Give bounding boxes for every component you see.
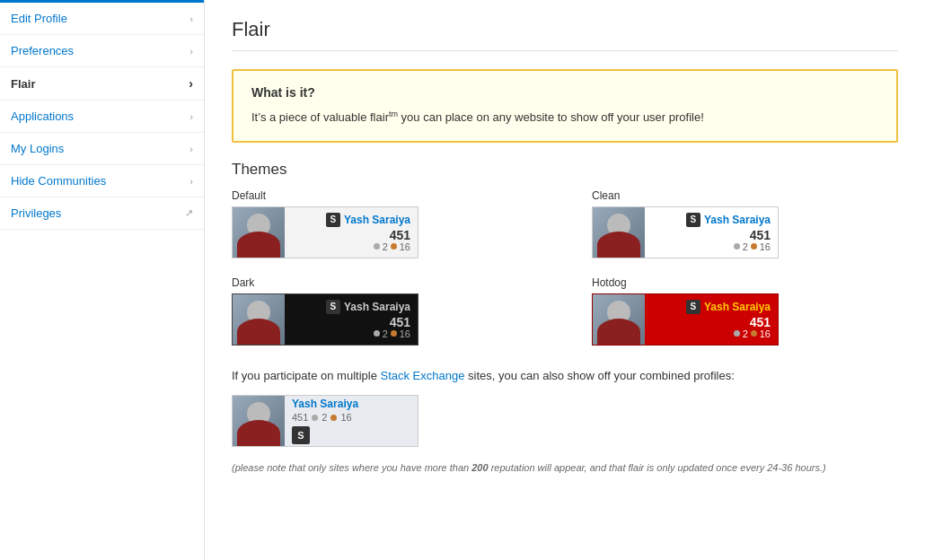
combined-note-start: If you participate on multiple [232, 369, 380, 382]
main-content: Flair What is it? It’s a piece of valuab… [205, 0, 925, 560]
disclaimer-end: reputation will appear, and that flair i… [489, 462, 826, 473]
silver-count: 2 [743, 241, 748, 252]
flair-badges: 2 16 [374, 328, 410, 339]
sidebar-item-label: Edit Profile [11, 12, 67, 25]
theme-dark-label: Dark [232, 276, 538, 289]
silver-count: 2 [743, 328, 748, 339]
theme-default: Default S Yash Saraiya 451 2 16 [232, 189, 538, 258]
avatar-image [233, 395, 285, 447]
flair-info-default: S Yash Saraiya 451 2 16 [285, 209, 418, 256]
disclaimer-start: (please note that only sites where you h… [232, 462, 471, 473]
silver-badge-dot [312, 415, 318, 421]
info-box-superscript: tm [389, 109, 398, 118]
flair-name-row: S Yash Saraiya [686, 300, 771, 314]
sidebar-item-preferences[interactable]: Preferences › [0, 35, 204, 67]
flair-card-clean[interactable]: S Yash Saraiya 451 2 16 [592, 206, 779, 258]
se-stack-icon: S [292, 426, 310, 444]
bronze-count: 16 [400, 241, 410, 252]
silver-count: 2 [383, 328, 388, 339]
sidebar-item-label: My Logins [11, 142, 64, 155]
page-title: Flair [232, 18, 898, 51]
bronze-badge-dot [391, 330, 397, 337]
combined-note-end: sites, you can also show off your combin… [464, 369, 734, 382]
themes-heading: Themes [232, 161, 898, 179]
sidebar-item-privileges[interactable]: Privileges ↗ [0, 197, 204, 230]
flair-card-default[interactable]: S Yash Saraiya 451 2 16 [232, 206, 418, 258]
flair-card-dark[interactable]: S Yash Saraiya 451 2 16 [232, 293, 418, 346]
flair-card-hotdog[interactable]: S Yash Saraiya 451 2 16 [592, 293, 779, 346]
theme-default-label: Default [232, 189, 538, 202]
silver-count: 2 [322, 412, 327, 423]
silver-badge-dot [734, 330, 740, 337]
sidebar-item-hide-communities[interactable]: Hide Communities › [0, 165, 204, 197]
bronze-badge-dot [391, 243, 397, 249]
sidebar-item-flair[interactable]: Flair › [0, 67, 204, 101]
sidebar-item-label: Preferences [11, 44, 74, 57]
flair-name-row: S Yash Saraiya [326, 213, 410, 227]
chevron-right-icon: › [189, 176, 193, 187]
flair-info-hotdog: S Yash Saraiya 451 2 16 [645, 296, 778, 343]
se-icon: S [686, 300, 700, 314]
avatar-image [593, 293, 645, 346]
silver-badge-dot [374, 330, 380, 337]
sidebar-item-label: Flair [11, 77, 35, 91]
info-box-body-text: It’s a piece of valuable flair [251, 110, 389, 124]
disclaimer-bold: 200 [471, 462, 488, 473]
flair-rep: 451 [390, 229, 410, 241]
avatar-image [233, 206, 285, 258]
flair-rep: 451 [750, 229, 771, 241]
flair-badges: 2 16 [734, 328, 771, 339]
combined-username: Yash Saraiya [292, 398, 410, 410]
sidebar-item-my-logins[interactable]: My Logins › [0, 133, 204, 165]
info-box-body-end: you can place on any website to show off… [398, 110, 704, 124]
flair-badges: 2 16 [374, 241, 410, 252]
se-icon: S [686, 213, 700, 227]
sidebar-item-edit-profile[interactable]: Edit Profile › [0, 3, 204, 35]
se-icon: S [326, 300, 340, 314]
combined-section: If you participate on multiple Stack Exc… [232, 367, 898, 448]
flair-avatar-clean [593, 206, 645, 258]
combined-rep: 451 [292, 412, 308, 423]
flair-name-row: S Yash Saraiya [686, 213, 771, 227]
sidebar-item-label: Hide Communities [11, 174, 106, 188]
flair-avatar-default [233, 206, 285, 258]
combined-stats: 451 2 16 [292, 412, 410, 423]
sidebar: Edit Profile › Preferences › Flair › App… [0, 0, 205, 560]
silver-badge-dot [374, 243, 380, 249]
flair-username: Yash Saraiya [344, 301, 410, 313]
theme-clean: Clean S Yash Saraiya 451 2 16 [592, 189, 898, 258]
combined-flair-card[interactable]: Yash Saraiya 451 2 16 S [232, 395, 418, 447]
disclaimer: (please note that only sites where you h… [232, 461, 898, 475]
themes-grid: Default S Yash Saraiya 451 2 16 [232, 189, 898, 346]
sidebar-item-label: Privileges [11, 206, 61, 220]
info-box: What is it? It’s a piece of valuable fla… [232, 69, 898, 143]
flair-rep: 451 [390, 316, 410, 328]
chevron-right-icon: › [189, 46, 193, 57]
flair-rep: 451 [750, 316, 771, 328]
combined-flair-info: Yash Saraiya 451 2 16 S [285, 395, 418, 447]
sidebar-item-applications[interactable]: Applications › [0, 101, 204, 133]
flair-username: Yash Saraiya [704, 301, 771, 313]
stack-exchange-link[interactable]: Stack Exchange [380, 369, 464, 382]
sidebar-item-label: Applications [11, 109, 74, 123]
combined-flair-avatar [233, 395, 285, 447]
bronze-badge-dot [751, 330, 757, 337]
bronze-count: 16 [760, 328, 771, 339]
chevron-right-icon: › [189, 144, 193, 154]
flair-username: Yash Saraiya [704, 214, 771, 226]
flair-username: Yash Saraiya [344, 214, 410, 226]
flair-badges: 2 16 [734, 241, 771, 252]
avatar-image [233, 293, 285, 346]
flair-avatar-hotdog [593, 293, 645, 346]
info-box-heading: What is it? [251, 85, 878, 100]
info-box-body: It’s a piece of valuable flairtm you can… [251, 109, 878, 127]
theme-clean-label: Clean [592, 189, 898, 202]
flair-info-clean: S Yash Saraiya 451 2 16 [645, 209, 778, 256]
flair-info-dark: S Yash Saraiya 451 2 16 [285, 296, 418, 343]
chevron-right-icon: › [189, 111, 193, 122]
flair-avatar-dark [233, 293, 285, 346]
theme-hotdog-label: Hotdog [592, 276, 898, 289]
se-icon: S [326, 213, 340, 227]
avatar-image [593, 206, 645, 258]
chevron-right-icon: › [189, 76, 193, 91]
